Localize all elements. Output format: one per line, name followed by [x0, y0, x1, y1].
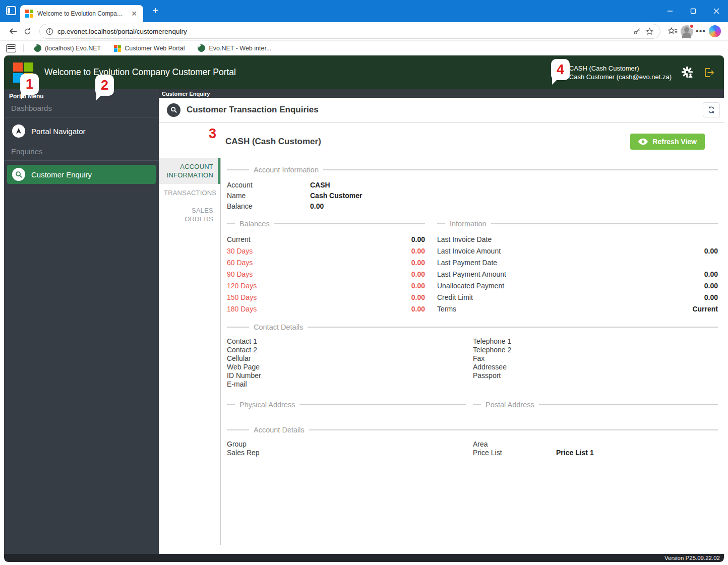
last-payment-date-row: Last Payment Date	[437, 257, 718, 269]
account-settings-icon[interactable]	[681, 66, 694, 79]
legend-account-details: Account Details	[227, 426, 718, 434]
contact2-label: Contact 2	[227, 346, 466, 354]
main-title: Customer Transaction Enquiries	[187, 105, 697, 115]
last-invoice-date-row: Last Invoice Date	[437, 234, 718, 245]
address-bar[interactable]: cp.evonet.localhost/portal/customerenqui…	[39, 24, 660, 39]
passport-label: Passport	[473, 371, 718, 380]
sidebar-item-customer-enquiry[interactable]: Customer Enquiry	[7, 165, 156, 184]
sales-rep-row: Sales Rep	[227, 449, 466, 457]
tab-favicon	[25, 10, 33, 18]
annotation-badge-2: 2	[95, 75, 114, 96]
terms-row: TermsCurrent	[437, 303, 718, 315]
new-tab-button[interactable]: +	[149, 5, 161, 17]
account-row: AccountCASH	[227, 180, 718, 191]
bookmarks-bar: (localhost) Evo.NET Customer Web Portal …	[0, 41, 728, 55]
vertical-tabs: ACCOUNT INFORMATION TRANSACTIONS SALES O…	[159, 158, 220, 545]
area-row: Area	[473, 440, 718, 449]
bookmark-localhost-evonet[interactable]: (localhost) Evo.NET	[31, 43, 104, 53]
browser-tab[interactable]: Welcome to Evolution Company C ✕	[20, 5, 143, 22]
telephone1-label: Telephone 1	[473, 337, 718, 346]
customer-heading: CASH (Cash Customer)	[225, 137, 630, 147]
module-strip: Customer Enquiry	[159, 89, 724, 98]
profile-avatar[interactable]	[680, 24, 694, 38]
unallocated-payment-row: Unallocated Payment0.00	[437, 280, 718, 292]
back-icon[interactable]	[6, 24, 20, 38]
refresh-view-button[interactable]: Refresh View	[630, 134, 705, 150]
site-info-icon[interactable]	[46, 28, 53, 35]
sidebar-item-portal-navigator[interactable]: Portal Navigator	[7, 121, 156, 141]
balance-60days-row: 60 Days0.00	[227, 257, 425, 269]
sidebar-section-dashboards: Dashboards	[4, 101, 159, 117]
last-payment-amount-row: Last Payment Amount0.00	[437, 269, 718, 280]
account-information-panel: Account Information AccountCASH NameCash…	[220, 158, 724, 545]
balance-180days-row: 180 Days0.00	[227, 303, 425, 315]
sidebar-section-enquiries: Enquiries	[4, 145, 159, 161]
tab-title: Welcome to Evolution Company C	[37, 10, 125, 17]
main-area: Customer Enquiry Customer Transaction En…	[159, 89, 724, 554]
navigator-icon	[12, 124, 25, 138]
tab-account-information[interactable]: ACCOUNT INFORMATION	[159, 158, 220, 184]
user-email-line: Cash Customer (cash@evo.net.za)	[569, 73, 672, 81]
legend-postal-address: Postal Address	[473, 401, 718, 409]
legend-contact-details: Contact Details	[227, 323, 718, 331]
logout-icon[interactable]	[703, 67, 715, 79]
eye-icon	[638, 138, 648, 145]
copilot-icon[interactable]	[708, 24, 722, 38]
annotation-badge-4: 4	[551, 59, 570, 80]
evo-favicon	[34, 44, 41, 52]
evo-favicon	[198, 44, 205, 52]
favorites-bar-icon[interactable]	[665, 24, 680, 38]
portal-title: Welcome to Evolution Company Customer Po…	[44, 67, 236, 78]
collections-icon[interactable]	[6, 44, 16, 52]
contact1-label: Contact 1	[227, 337, 466, 346]
refresh-icon[interactable]	[20, 24, 34, 38]
tab-transactions[interactable]: TRANSACTIONS	[159, 184, 220, 202]
fax-label: Fax	[473, 354, 718, 363]
browser-navbar: cp.evonet.localhost/portal/customerenqui…	[0, 22, 728, 41]
workspaces-icon[interactable]	[6, 6, 16, 15]
annotation-badge-1: 1	[20, 74, 39, 95]
price-list-row: Price ListPrice List 1	[473, 449, 718, 457]
balance-150days-row: 150 Days0.00	[227, 292, 425, 303]
version-label: Version P25.09.22.02	[664, 555, 720, 561]
credit-limit-row: Credit Limit0.00	[437, 292, 718, 303]
browser-titlebar: Welcome to Evolution Company C ✕ +	[0, 0, 728, 22]
last-invoice-amount-row: Last Invoice Amount0.00	[437, 245, 718, 257]
legend-balances: Balances	[227, 220, 425, 228]
legend-account-information: Account Information	[227, 166, 718, 174]
sync-button[interactable]	[703, 102, 720, 117]
balance-120days-row: 120 Days0.00	[227, 280, 425, 292]
email-label: E-mail	[227, 380, 466, 389]
version-footer: Version P25.09.22.02	[4, 554, 724, 562]
window-close-button[interactable]	[705, 0, 728, 22]
telephone2-label: Telephone 2	[473, 346, 718, 354]
bookmark-separator	[23, 44, 24, 52]
favorite-star-icon[interactable]	[645, 27, 654, 36]
ms-favicon	[114, 45, 121, 52]
bookmark-customer-web-portal[interactable]: Customer Web Portal	[111, 43, 188, 53]
group-row: Group	[227, 440, 466, 449]
url-text[interactable]: cp.evonet.localhost/portal/customerenqui…	[57, 28, 629, 35]
balance-90days-row: 90 Days0.00	[227, 269, 425, 280]
bookmark-evonet-web[interactable]: Evo.NET - Web inter...	[195, 43, 274, 53]
id-number-label: ID Number	[227, 371, 466, 380]
legend-information: Information	[437, 220, 718, 228]
window-maximize-button[interactable]	[682, 0, 705, 22]
sidebar: Portal Menu Dashboards Portal Navigator …	[4, 89, 159, 554]
balance-row: Balance0.00	[227, 201, 718, 212]
window-minimize-button[interactable]	[658, 0, 682, 22]
legend-physical-address: Physical Address	[227, 401, 466, 409]
balance-current-row: Current0.00	[227, 234, 425, 245]
cellular-label: Cellular	[227, 354, 466, 363]
addressee-label: Addressee	[473, 363, 718, 371]
tab-close-icon[interactable]: ✕	[129, 9, 139, 18]
profile-alert-dot	[689, 24, 694, 29]
balance-30days-row: 30 Days0.00	[227, 245, 425, 257]
main-header: Customer Transaction Enquiries	[159, 98, 724, 122]
logged-in-user: CASH (Cash Customer) Cash Customer (cash…	[569, 64, 672, 81]
annotation-badge-3: 3	[203, 123, 222, 144]
browser-menu-icon[interactable]: •••	[694, 24, 708, 38]
password-key-icon[interactable]	[633, 27, 641, 36]
search-icon	[167, 103, 180, 117]
tab-sales-orders[interactable]: SALES ORDERS	[159, 202, 220, 228]
